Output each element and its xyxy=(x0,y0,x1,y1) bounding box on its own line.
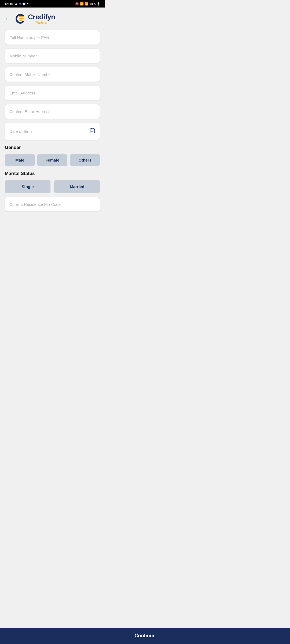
logo-icon xyxy=(15,13,26,25)
header: ← Credifyn Partner xyxy=(0,8,105,27)
svg-rect-1 xyxy=(19,20,23,21)
email-address-input[interactable] xyxy=(5,86,100,100)
svg-rect-9 xyxy=(93,131,93,131)
gender-buttons-group: Male Female Others xyxy=(5,154,100,166)
logo-credifyn-text: Credifyn xyxy=(28,13,55,21)
svg-rect-10 xyxy=(91,131,92,132)
svg-rect-7 xyxy=(91,131,92,131)
photo-icon: 🖼 xyxy=(15,2,17,5)
mobile-number-input[interactable] xyxy=(5,49,100,63)
time-display: 12:10 xyxy=(4,2,13,6)
logo-partner-text: Partner xyxy=(28,21,55,24)
battery-icon: 🔋 xyxy=(97,2,100,6)
gmail-icon: M xyxy=(19,2,21,5)
chat-icon: 💬 xyxy=(22,2,26,5)
calendar-icon xyxy=(89,128,95,135)
status-icons: 🔇 📶 📶 79% 🔋 xyxy=(75,2,100,6)
pin-code-input[interactable] xyxy=(5,197,100,212)
svg-rect-8 xyxy=(92,131,93,131)
marital-buttons-group: Single Married xyxy=(5,180,100,193)
logo-container: Credifyn Partner xyxy=(15,13,55,25)
battery-text: 79% xyxy=(90,2,96,5)
mute-icon: 🔇 xyxy=(75,2,79,6)
form-area: Date of Birth Gender Male Female Others … xyxy=(0,27,105,239)
wifi-icon: 📶 xyxy=(80,2,84,6)
full-name-input[interactable] xyxy=(5,30,100,45)
confirm-email-input[interactable] xyxy=(5,104,100,119)
date-of-birth-wrapper[interactable]: Date of Birth xyxy=(5,123,100,140)
signal-icon: 📶 xyxy=(85,2,89,6)
marital-married-button[interactable]: Married xyxy=(54,180,100,193)
gender-label: Gender xyxy=(5,145,100,150)
back-button[interactable]: ← xyxy=(5,16,11,22)
confirm-mobile-input[interactable] xyxy=(5,67,100,82)
gender-female-button[interactable]: Female xyxy=(37,154,67,166)
marital-label: Marital Status xyxy=(5,171,100,176)
date-placeholder: Date of Birth xyxy=(9,129,32,134)
gender-others-button[interactable]: Others xyxy=(70,154,100,166)
marital-single-button[interactable]: Single xyxy=(5,180,50,193)
status-time: 12:10 🖼 M 💬 • xyxy=(4,1,28,6)
gender-section: Gender xyxy=(5,144,100,150)
gender-male-button[interactable]: Male xyxy=(5,154,35,166)
marital-section: Marital Status xyxy=(5,170,100,176)
svg-rect-0 xyxy=(19,18,24,19)
svg-rect-11 xyxy=(92,131,93,132)
dot-indicator: • xyxy=(27,1,28,6)
logo-text: Credifyn Partner xyxy=(28,13,55,25)
status-bar: 12:10 🖼 M 💬 • 🔇 📶 📶 79% 🔋 xyxy=(0,0,105,8)
svg-rect-2 xyxy=(19,16,24,17)
